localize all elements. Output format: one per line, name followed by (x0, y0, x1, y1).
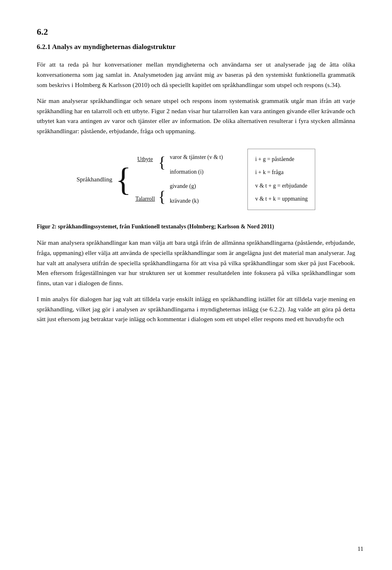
utbyte-label: Utbyte (135, 155, 155, 164)
result-2: v & t + g = erbjudande (255, 181, 308, 190)
item-3: krävande (k) (170, 197, 223, 206)
sprakhandling-label: Språkhandling (77, 174, 113, 184)
result-3: v & t + k = uppmaning (255, 194, 308, 203)
subsection-title: 6.2.1 Analys av myndigheternas dialogstr… (37, 41, 355, 52)
diagram-results-box: i + g = påstående i + k = fråga v & t + … (247, 149, 316, 210)
small-brace-bottom: { (158, 189, 165, 204)
items-col: varor & tjänster (v & t) information (i)… (170, 153, 223, 206)
diagram-left: Språkhandling { Utbyte Talarroll { { var… (77, 153, 235, 206)
result-1: i + k = fråga (255, 168, 308, 177)
small-braces: { { (158, 153, 165, 206)
paragraph-1: För att ta reda på hur konversationer me… (37, 60, 355, 90)
result-0: i + g = påstående (255, 155, 308, 164)
big-left-brace: { (116, 163, 131, 196)
section-heading-block: 6.2 6.2.1 Analys av myndigheternas dialo… (37, 25, 355, 52)
utbyte-talarroll-col: Utbyte Talarroll (135, 155, 155, 204)
section-title: 6.2 (37, 25, 355, 39)
paragraph-3: När man analysera språkhandlingar kan ma… (37, 238, 355, 288)
item-2: givande (g) (170, 182, 223, 191)
item-1: information (i) (170, 168, 223, 177)
paragraph-4: I min analys för dialogen har jag valt a… (37, 294, 355, 324)
figure-caption: Figur 2: språkhandlingssystemet, från Fu… (37, 222, 355, 231)
item-0: varor & tjänster (v & t) (170, 153, 223, 162)
small-brace-top: { (158, 154, 165, 170)
talarroll-label: Talarroll (135, 194, 155, 203)
diagram: Språkhandling { Utbyte Talarroll { { var… (37, 149, 355, 210)
paragraph-2: När man analyserar språkhandlingar och s… (37, 96, 355, 136)
